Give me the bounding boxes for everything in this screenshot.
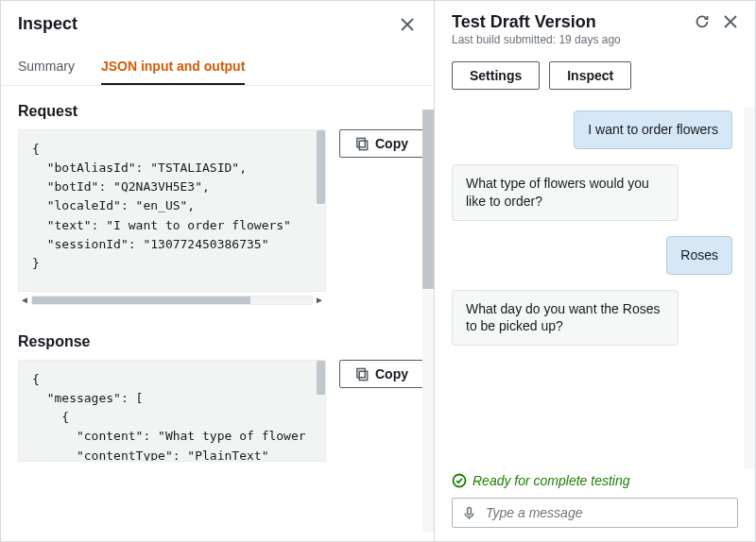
panel-scrollbar[interactable] [422,110,434,533]
test-subtitle: Last build submitted: 19 days ago [452,33,621,46]
svg-rect-0 [359,141,367,149]
response-code[interactable]: { "messages": [ { "content": "What type … [18,360,326,462]
test-title: Test Draft Version [452,12,621,32]
svg-rect-5 [468,507,472,515]
scroll-right-icon[interactable]: ► [313,296,326,305]
tab-json[interactable]: JSON input and output [101,59,245,85]
svg-rect-1 [357,138,365,146]
chat-message-bot: What day do you want the Roses to be pic… [452,290,679,347]
scrollbar-horizontal[interactable]: ◄ ► [18,294,326,307]
copy-label: Copy [375,136,408,151]
svg-rect-2 [359,371,367,380]
inspect-button[interactable]: Inspect [549,61,631,90]
chat-message-bot: What type of flowers would you like to o… [452,164,679,221]
copy-response-button[interactable]: Copy [339,360,424,388]
message-input-container[interactable] [452,498,738,528]
settings-button[interactable]: Settings [452,61,540,90]
message-input[interactable] [486,505,728,520]
response-heading: Response [18,333,424,350]
status-bar: Ready for complete testing [435,464,755,494]
chat-area[interactable]: I want to order flowers What type of flo… [435,103,755,464]
copy-icon [355,137,369,151]
refresh-icon[interactable] [695,14,710,32]
tab-summary[interactable]: Summary [18,59,75,85]
microphone-icon[interactable] [462,506,476,520]
copy-request-button[interactable]: Copy [339,129,424,158]
copy-label: Copy [375,366,408,381]
close-icon[interactable] [723,14,738,32]
check-circle-icon [452,473,467,488]
scrollbar-vertical[interactable] [317,361,325,395]
scrollbar-vertical[interactable] [317,130,325,204]
chat-message-user: Roses [666,236,732,275]
inspect-tabs: Summary JSON input and output [1,42,434,86]
request-heading: Request [18,103,424,120]
chat-message-user: I want to order flowers [574,110,732,149]
panel-scrollbar[interactable] [744,107,755,469]
status-text: Ready for complete testing [472,473,630,488]
close-icon[interactable] [398,15,417,34]
scroll-left-icon[interactable]: ◄ [18,296,31,305]
request-code[interactable]: { "botAliasId": "TSTALIASID", "botId": "… [18,129,326,292]
copy-icon [355,367,369,381]
svg-rect-3 [357,368,365,377]
inspect-title: Inspect [18,14,77,34]
